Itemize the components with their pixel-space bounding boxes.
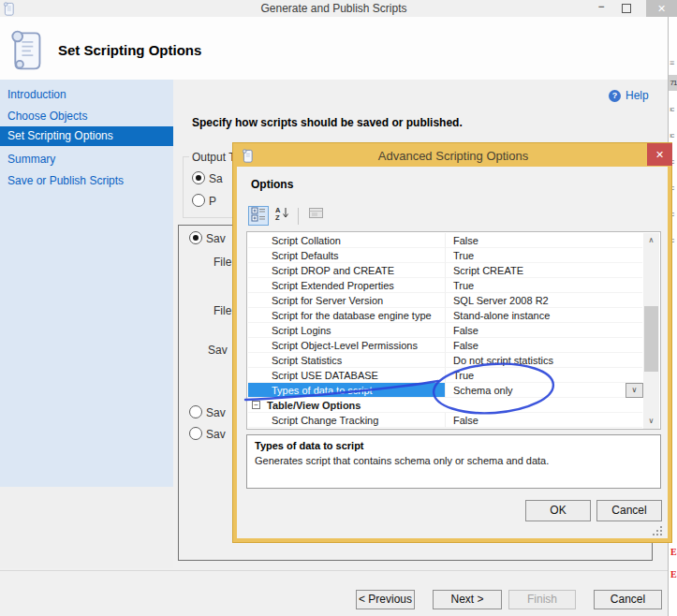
resize-grip[interactable] bbox=[653, 526, 664, 537]
property-value: Script CREATE bbox=[445, 263, 642, 278]
property-name: Script for Server Version bbox=[248, 293, 445, 308]
dialog-cancel-button[interactable]: Cancel bbox=[596, 500, 662, 521]
property-value: False bbox=[445, 413, 642, 428]
radio-publish[interactable] bbox=[192, 194, 205, 207]
property-name: Script Statistics bbox=[248, 353, 445, 368]
categorized-button[interactable] bbox=[248, 206, 269, 226]
radio-save-scripts[interactable] bbox=[192, 171, 205, 184]
property-name: Script Change Tracking bbox=[248, 413, 445, 428]
strip-chip: 71 bbox=[669, 75, 677, 91]
sidebar-item-summary[interactable]: Summary bbox=[7, 153, 55, 166]
property-name: Script Collation bbox=[248, 233, 445, 248]
grid-row[interactable]: Script Change TrackingFalse bbox=[248, 413, 642, 428]
advanced-scripting-options-dialog: Advanced Scripting Options ✕ Options A Z… bbox=[232, 142, 672, 543]
file-label-2: File bbox=[213, 304, 231, 317]
grid-scrollbar[interactable]: ∧ ∨ bbox=[643, 233, 659, 429]
property-name: Script Object-Level Permissions bbox=[248, 338, 445, 353]
toolbar-separator bbox=[298, 208, 299, 225]
property-value: True bbox=[445, 368, 642, 383]
radio-save-option-4[interactable] bbox=[189, 427, 202, 440]
property-value: False bbox=[445, 233, 642, 248]
property-name: Script USE DATABASE bbox=[248, 368, 445, 383]
alphabetical-sort-button[interactable]: A Z bbox=[272, 206, 292, 226]
property-value: Do not script statistics bbox=[445, 353, 642, 368]
property-pages-icon bbox=[308, 206, 325, 220]
sidebar-item-choose-objects[interactable]: Choose Objects bbox=[7, 110, 87, 123]
wizard-cancel-button[interactable]: Cancel bbox=[594, 590, 662, 609]
grid-category-row[interactable]: −Table/View Options bbox=[248, 398, 642, 413]
radio-save-scripts-label: Sa bbox=[209, 172, 223, 185]
category-name: Table/View Options bbox=[248, 398, 642, 413]
strip-tick: ıc bbox=[670, 131, 673, 139]
grid-row[interactable]: Script CollationFalse bbox=[248, 233, 642, 248]
property-description-panel: Types of data to script Generates script… bbox=[246, 434, 661, 489]
window-titlebar: Generate and Publish Scripts − ✕ bbox=[0, 0, 677, 17]
az-sort-icon: A Z bbox=[274, 206, 289, 221]
radio-save-option-3[interactable] bbox=[189, 405, 202, 418]
strip-red-letter: E bbox=[670, 547, 677, 557]
help-icon[interactable]: ? bbox=[609, 90, 621, 102]
window-title: Generate and Publish Scripts bbox=[0, 2, 668, 15]
save-label: Sav bbox=[208, 344, 228, 357]
property-value: False bbox=[445, 338, 642, 353]
ok-button[interactable]: OK bbox=[525, 500, 591, 521]
next-button[interactable]: Next > bbox=[433, 590, 502, 609]
scroll-up-icon[interactable]: ∧ bbox=[643, 233, 659, 248]
property-name: Types of data to script bbox=[248, 383, 445, 398]
scroll-down-icon[interactable]: ∨ bbox=[643, 414, 659, 429]
grid-row[interactable]: Script LoginsFalse bbox=[248, 323, 642, 338]
sidebar-item-save-or-publish[interactable]: Save or Publish Scripts bbox=[7, 174, 124, 187]
categorized-icon bbox=[251, 207, 266, 222]
radio-save-option-4-label: Sav bbox=[206, 428, 226, 441]
page-title: Set Scripting Options bbox=[58, 42, 201, 58]
grid-row[interactable]: Script StatisticsDo not script statistic… bbox=[248, 353, 642, 368]
grid-row[interactable]: Script DROP and CREATEScript CREATE bbox=[248, 263, 642, 278]
value-dropdown-button[interactable]: ∨ bbox=[625, 383, 643, 398]
dialog-close-button[interactable]: ✕ bbox=[647, 143, 672, 166]
property-pages-button[interactable] bbox=[304, 206, 329, 226]
strip-lines: ≡ bbox=[670, 58, 674, 67]
grid-row-selected[interactable]: Types of data to scriptSchema only bbox=[248, 383, 642, 398]
grid-row[interactable]: Script USE DATABASETrue bbox=[248, 368, 642, 383]
radio-publish-label: P bbox=[209, 195, 216, 208]
property-value: SQL Server 2008 R2 bbox=[445, 293, 642, 308]
scrollbar-thumb[interactable] bbox=[644, 306, 658, 372]
description-title: Types of data to script bbox=[255, 440, 364, 451]
previous-button[interactable]: < Previous bbox=[356, 590, 415, 609]
grid-row[interactable]: Script for Server VersionSQL Server 2008… bbox=[248, 293, 642, 308]
property-value: True bbox=[445, 278, 642, 293]
maximize-button[interactable] bbox=[622, 4, 631, 13]
grid-row[interactable]: Script Extended PropertiesTrue bbox=[248, 278, 642, 293]
grid-row[interactable]: Script for the database engine typeStand… bbox=[248, 308, 642, 323]
property-name: Script DROP and CREATE bbox=[248, 263, 445, 278]
svg-text:Z: Z bbox=[275, 213, 280, 221]
property-name: Script Defaults bbox=[248, 248, 445, 263]
strip-tick: ıc bbox=[670, 105, 673, 113]
sidebar-item-label: Set Scripting Options bbox=[7, 129, 113, 142]
step-instruction: Specify how scripts should be saved or p… bbox=[192, 116, 463, 129]
help-link[interactable]: Help bbox=[625, 89, 649, 102]
property-name: Script for the database engine type bbox=[248, 308, 445, 323]
file-label-1: File bbox=[213, 256, 231, 269]
output-type-group-label: Output T bbox=[189, 151, 238, 164]
minimize-button[interactable]: − bbox=[594, 0, 609, 15]
radio-save-option-3-label: Sav bbox=[206, 406, 226, 419]
grid-row[interactable]: Script DefaultsTrue bbox=[248, 248, 642, 263]
strip-red-letter: E bbox=[670, 569, 677, 579]
radio-save-to-file[interactable] bbox=[189, 231, 202, 244]
radio-save-to-file-label: Sav bbox=[206, 232, 226, 245]
wizard-sidebar: Introduction Choose Objects Set Scriptin… bbox=[0, 80, 173, 568]
header-scroll-icon bbox=[7, 26, 43, 71]
grid-row[interactable]: Script Object-Level PermissionsFalse bbox=[248, 338, 642, 353]
property-value: False bbox=[445, 323, 642, 338]
sidebar-item-introduction[interactable]: Introduction bbox=[7, 88, 66, 101]
property-name: Script Extended Properties bbox=[248, 278, 445, 293]
property-value: Schema only bbox=[445, 383, 642, 398]
sidebar-item-set-scripting-options[interactable]: Set Scripting Options bbox=[0, 126, 173, 146]
property-grid: Script CollationFalse Script DefaultsTru… bbox=[246, 231, 661, 430]
window-close-button[interactable]: ✕ bbox=[646, 0, 677, 17]
dialog-title: Advanced Scripting Options bbox=[233, 149, 673, 163]
button-bar-separator bbox=[0, 570, 668, 571]
finish-button[interactable]: Finish bbox=[508, 590, 576, 609]
property-value: Stand-alone instance bbox=[445, 308, 642, 323]
